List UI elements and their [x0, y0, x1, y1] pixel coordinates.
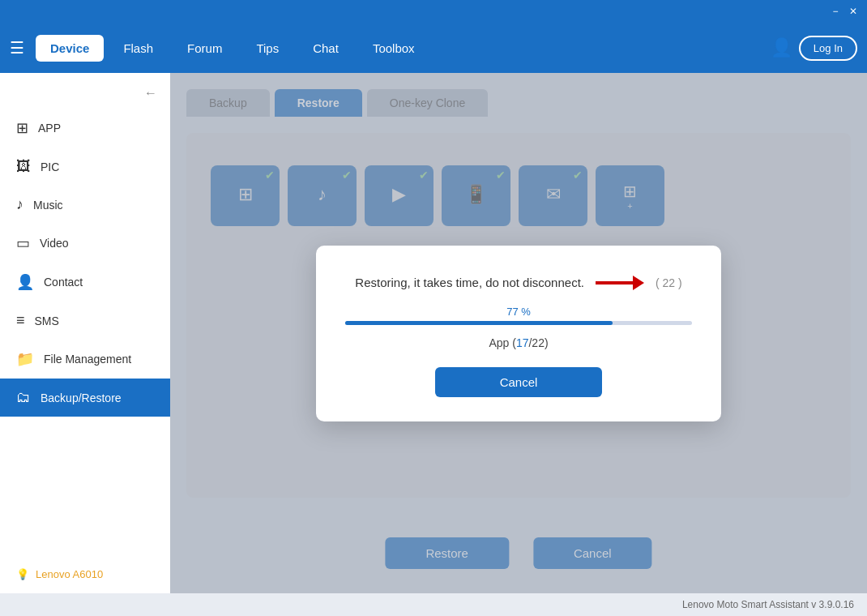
backup-icon: 🗂	[16, 389, 31, 406]
music-icon: ♪	[16, 196, 23, 213]
close-button[interactable]: ✕	[846, 4, 861, 19]
progress-percent-label: 77 %	[345, 306, 692, 318]
hamburger-icon[interactable]: ☰	[10, 38, 24, 58]
back-arrow-icon[interactable]: ←	[0, 81, 170, 109]
modal-overlay: Restoring, it takes time, do not disconn…	[170, 73, 867, 593]
nav-right: 👤 Log In	[771, 36, 857, 61]
arrow-shaft	[596, 281, 638, 284]
main-layout: ← ⊞ APP 🖼 PIC ♪ Music ▭ Video 👤 Contact …	[0, 73, 867, 593]
sidebar-item-contact-label: Contact	[44, 276, 83, 289]
progress-bar-track	[345, 321, 692, 325]
sidebar-item-video-label: Video	[40, 237, 69, 250]
nav-chat[interactable]: Chat	[298, 35, 353, 62]
sidebar-item-sms-label: SMS	[35, 314, 59, 327]
nav-toolbox[interactable]: Toolbox	[358, 35, 429, 62]
login-button[interactable]: Log In	[799, 36, 857, 61]
sidebar: ← ⊞ APP 🖼 PIC ♪ Music ▭ Video 👤 Contact …	[0, 73, 170, 593]
device-icon: 💡	[16, 568, 29, 580]
nav-forum[interactable]: Forum	[173, 35, 237, 62]
version-label: Lenovo Moto Smart Assistant v 3.9.0.16	[682, 599, 854, 610]
sidebar-item-file-label: File Management	[44, 353, 131, 366]
sidebar-item-app-label: APP	[38, 122, 61, 135]
app-icon: ⊞	[16, 119, 28, 137]
modal-message-text: Restoring, it takes time, do not disconn…	[355, 276, 584, 289]
top-navigation: ☰ Device Flash Forum Tips Chat Toolbox 👤…	[0, 23, 867, 73]
device-label: Lenovo A6010	[36, 568, 103, 580]
arrow-right-icon	[596, 275, 644, 291]
progress-current: 17	[516, 336, 529, 349]
sidebar-item-pic-label: PIC	[41, 160, 59, 173]
nav-flash[interactable]: Flash	[109, 35, 168, 62]
sidebar-item-backup[interactable]: 🗂 Backup/Restore	[0, 379, 170, 417]
progress-detail: App (17/22)	[345, 336, 692, 349]
sidebar-item-pic[interactable]: 🖼 PIC	[0, 148, 170, 186]
pic-icon: 🖼	[16, 158, 31, 175]
progress-bar-fill	[345, 321, 613, 325]
modal-count: ( 22 )	[656, 276, 682, 289]
modal-message: Restoring, it takes time, do not disconn…	[345, 275, 692, 291]
sidebar-item-video[interactable]: ▭ Video	[0, 224, 170, 263]
modal-cancel-button[interactable]: Cancel	[435, 367, 603, 397]
folder-icon: 📁	[16, 350, 34, 368]
arrow-head	[633, 276, 644, 290]
content-area: Backup Restore One-key Clone ✔ ⊞ ✔ ♪ ✔ ▶	[170, 73, 867, 593]
statusbar: Lenovo Moto Smart Assistant v 3.9.0.16	[0, 593, 867, 616]
progress-detail-suffix: )	[545, 336, 549, 349]
device-info: 💡 Lenovo A6010	[0, 555, 170, 593]
sms-icon: ≡	[16, 312, 25, 329]
sidebar-item-music-label: Music	[33, 199, 63, 212]
sidebar-item-sms[interactable]: ≡ SMS	[0, 302, 170, 340]
sidebar-item-music[interactable]: ♪ Music	[0, 186, 170, 224]
contact-icon: 👤	[16, 273, 34, 291]
modal-dialog: Restoring, it takes time, do not disconn…	[316, 246, 721, 421]
minimize-button[interactable]: −	[828, 4, 843, 19]
sidebar-item-backup-label: Backup/Restore	[41, 391, 122, 404]
titlebar: − ✕	[0, 0, 867, 23]
nav-device[interactable]: Device	[36, 35, 104, 62]
nav-tips[interactable]: Tips	[241, 35, 293, 62]
progress-total: 22	[532, 336, 545, 349]
progress-detail-prefix: App (	[489, 336, 515, 349]
sidebar-item-app[interactable]: ⊞ APP	[0, 109, 170, 148]
sidebar-item-contact[interactable]: 👤 Contact	[0, 263, 170, 302]
user-icon: 👤	[771, 37, 792, 58]
video-icon: ▭	[16, 234, 30, 252]
sidebar-item-file[interactable]: 📁 File Management	[0, 340, 170, 379]
